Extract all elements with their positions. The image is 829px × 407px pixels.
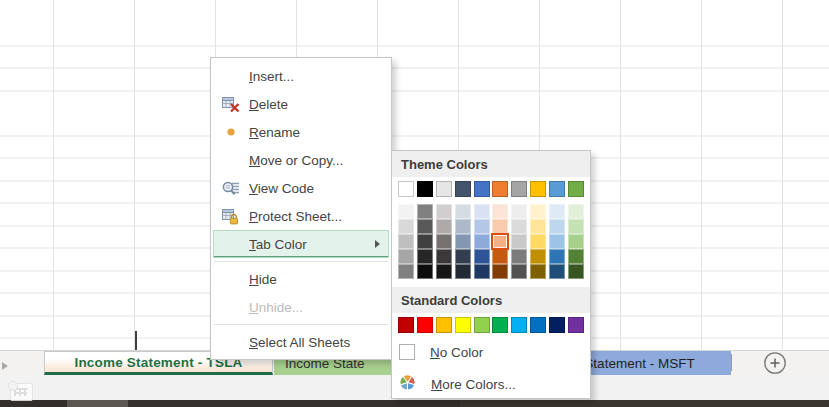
variant-color-swatch[interactable] xyxy=(568,264,584,279)
standard-color-swatch-6[interactable] xyxy=(511,317,527,333)
delete-sheet-icon xyxy=(213,96,249,113)
variant-color-swatch[interactable] xyxy=(455,264,471,279)
variant-color-swatch[interactable] xyxy=(568,234,584,249)
menu-item-protect-sheet[interactable]: Protect Sheet... xyxy=(213,202,389,230)
variant-color-swatch[interactable] xyxy=(530,234,546,249)
variant-color-swatch[interactable] xyxy=(492,249,508,264)
standard-color-swatch-9[interactable] xyxy=(568,317,584,333)
variant-color-swatch[interactable] xyxy=(436,264,452,279)
standard-color-swatch-8[interactable] xyxy=(549,317,565,333)
variant-color-swatch[interactable] xyxy=(474,234,490,249)
standard-color-swatch-7[interactable] xyxy=(530,317,546,333)
variant-color-swatch[interactable] xyxy=(436,249,452,264)
variant-color-swatch[interactable] xyxy=(474,264,490,279)
menu-item-select-all-sheets[interactable]: Select All Sheets xyxy=(213,328,389,356)
variant-color-swatch[interactable] xyxy=(530,264,546,279)
theme-color-swatch-7[interactable] xyxy=(530,181,546,197)
variant-color-swatch[interactable] xyxy=(511,249,527,264)
theme-color-swatch-5[interactable] xyxy=(492,181,508,197)
theme-color-swatch-9[interactable] xyxy=(568,181,584,197)
menu-separator xyxy=(214,261,388,262)
label-rest: rotect Sheet... xyxy=(258,209,342,224)
no-color-accel: N xyxy=(430,345,440,360)
menu-item-label: Hide xyxy=(249,272,277,287)
variant-color-swatch[interactable] xyxy=(398,249,414,264)
variant-color-swatch[interactable] xyxy=(549,264,565,279)
variant-color-swatch[interactable] xyxy=(417,234,433,249)
variant-color-swatch[interactable] xyxy=(455,204,471,219)
variant-color-swatch[interactable] xyxy=(417,219,433,234)
variant-color-swatch[interactable] xyxy=(436,204,452,219)
standard-color-swatch-1[interactable] xyxy=(417,317,433,333)
variant-color-swatch[interactable] xyxy=(549,249,565,264)
sheet-scroll-arrow-icon[interactable] xyxy=(2,362,8,370)
variant-color-swatch[interactable] xyxy=(492,204,508,219)
menu-item-delete[interactable]: Delete xyxy=(213,90,389,118)
menu-item-label: Tab Color xyxy=(249,237,307,252)
menu-item-label: View Code xyxy=(249,181,314,196)
theme-colors-row xyxy=(398,181,584,197)
variant-color-swatch[interactable] xyxy=(530,204,546,219)
variant-color-swatch[interactable] xyxy=(549,204,565,219)
menu-item-insert[interactable]: Insert... xyxy=(213,62,389,90)
variant-color-swatch[interactable] xyxy=(568,219,584,234)
theme-color-swatch-6[interactable] xyxy=(511,181,527,197)
variant-color-swatch[interactable] xyxy=(436,234,452,249)
variant-column-1 xyxy=(417,204,433,279)
variant-color-swatch[interactable] xyxy=(474,219,490,234)
label-rest: ide xyxy=(259,272,277,287)
variant-color-swatch[interactable] xyxy=(474,204,490,219)
variant-color-swatch[interactable] xyxy=(398,204,414,219)
theme-color-swatch-0[interactable] xyxy=(398,181,414,197)
variant-color-swatch[interactable] xyxy=(455,234,471,249)
variant-color-swatch[interactable] xyxy=(417,249,433,264)
variant-color-swatch[interactable] xyxy=(455,249,471,264)
variant-color-swatch[interactable] xyxy=(549,219,565,234)
theme-color-swatch-4[interactable] xyxy=(474,181,490,197)
standard-colors-row xyxy=(398,317,584,333)
menu-item-view-code[interactable]: View Code xyxy=(213,174,389,202)
variant-color-swatch[interactable] xyxy=(398,264,414,279)
theme-color-swatch-8[interactable] xyxy=(549,181,565,197)
theme-color-swatch-2[interactable] xyxy=(436,181,452,197)
variant-color-swatch[interactable] xyxy=(511,219,527,234)
variant-color-swatch[interactable] xyxy=(511,234,527,249)
selected-color-swatch[interactable] xyxy=(492,234,508,249)
variant-color-swatch[interactable] xyxy=(398,234,414,249)
standard-color-swatch-5[interactable] xyxy=(492,317,508,333)
accelerator-letter: R xyxy=(249,125,259,140)
variant-color-swatch[interactable] xyxy=(511,204,527,219)
variant-color-swatch[interactable] xyxy=(436,219,452,234)
accelerator-letter: P xyxy=(249,209,258,224)
menu-item-tab-color[interactable]: Tab Color xyxy=(213,230,389,258)
variant-color-swatch[interactable] xyxy=(417,204,433,219)
menu-separator xyxy=(214,324,388,325)
variant-color-swatch[interactable] xyxy=(530,249,546,264)
standard-color-swatch-4[interactable] xyxy=(474,317,490,333)
variant-color-swatch[interactable] xyxy=(455,219,471,234)
variant-color-swatch[interactable] xyxy=(398,219,414,234)
variant-color-swatch[interactable] xyxy=(474,249,490,264)
variant-color-swatch[interactable] xyxy=(549,234,565,249)
new-sheet-button[interactable] xyxy=(763,351,787,375)
variant-color-swatch[interactable] xyxy=(417,264,433,279)
variant-column-6 xyxy=(511,204,527,279)
menu-item-rename[interactable]: Rename xyxy=(213,118,389,146)
menu-item-move-or-copy[interactable]: Move or Copy... xyxy=(213,146,389,174)
menu-item-hide[interactable]: Hide xyxy=(213,265,389,293)
variant-color-swatch[interactable] xyxy=(530,219,546,234)
label-rest: ab Color xyxy=(256,237,307,252)
more-colors-item[interactable]: More Colors... xyxy=(392,371,590,397)
standard-color-swatch-3[interactable] xyxy=(455,317,471,333)
no-color-item[interactable]: No Color xyxy=(392,339,590,365)
variant-color-swatch[interactable] xyxy=(492,219,508,234)
standard-color-swatch-0[interactable] xyxy=(398,317,414,333)
theme-color-swatch-1[interactable] xyxy=(417,181,433,197)
variant-color-swatch[interactable] xyxy=(511,264,527,279)
variant-color-swatch[interactable] xyxy=(568,204,584,219)
menu-item-label: Rename xyxy=(249,125,300,140)
standard-color-swatch-2[interactable] xyxy=(436,317,452,333)
theme-color-swatch-3[interactable] xyxy=(455,181,471,197)
variant-color-swatch[interactable] xyxy=(492,264,508,279)
variant-color-swatch[interactable] xyxy=(568,249,584,264)
